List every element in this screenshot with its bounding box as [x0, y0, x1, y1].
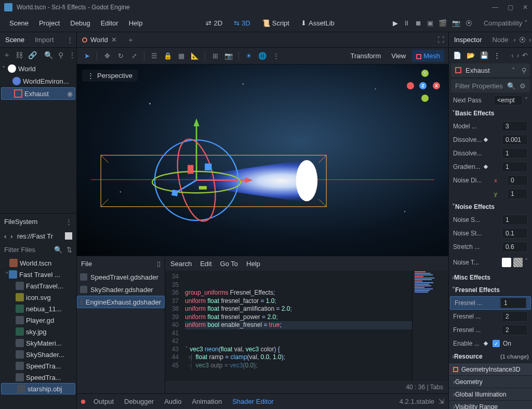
- prop-noise-dir-y[interactable]: 1: [507, 189, 528, 199]
- list-tool-icon[interactable]: ☰: [149, 52, 160, 60]
- lock-tool-icon[interactable]: 🔒: [162, 52, 174, 60]
- nav-fwd-icon[interactable]: ›: [529, 36, 531, 44]
- workspace-3d[interactable]: ⇆ 3D: [230, 17, 255, 29]
- prop-noise-scale[interactable]: 1: [502, 215, 528, 225]
- search-icon[interactable]: 🔍: [54, 246, 62, 254]
- ruler-tool-icon[interactable]: 📐: [189, 52, 201, 60]
- shader-file-item[interactable]: EngineExhaust.gdshader: [77, 296, 165, 308]
- camera-icon[interactable]: 📷: [452, 19, 460, 27]
- cat-visibility-range[interactable]: › Visibility Range: [449, 400, 532, 409]
- close-icon[interactable]: ✕: [523, 4, 528, 11]
- mesh-menu[interactable]: Mesh: [412, 50, 444, 62]
- tab-node[interactable]: Node: [487, 33, 513, 47]
- noise-tex-b-icon[interactable]: [513, 258, 523, 267]
- dock-menu-icon[interactable]: ⋮: [66, 36, 73, 44]
- noise-tex-a-icon[interactable]: [502, 258, 511, 267]
- revert-icon[interactable]: [484, 138, 488, 142]
- move-tool-icon[interactable]: ✥: [101, 52, 113, 60]
- close-tab-icon[interactable]: ✕: [111, 36, 117, 44]
- expand-bottom-icon[interactable]: ⇲: [438, 398, 444, 405]
- fs-item[interactable]: sky.jpg: [0, 326, 76, 337]
- rotate-tool-icon[interactable]: ↻: [115, 52, 126, 60]
- fs-item[interactable]: starship.obj: [1, 383, 75, 394]
- minimize-icon[interactable]: —: [492, 4, 498, 11]
- prop-next-pass[interactable]: Next Pass<empt˅: [449, 94, 532, 107]
- prop-fresnel-c[interactable]: 2: [502, 325, 528, 335]
- more-icon[interactable]: ⋮: [494, 51, 500, 59]
- file-menu[interactable]: File: [81, 260, 92, 268]
- menu-debug[interactable]: Debug: [65, 17, 95, 29]
- menu-help[interactable]: Help: [124, 17, 148, 29]
- record-icon[interactable]: ⦿: [466, 19, 472, 27]
- menu-scene[interactable]: Scene: [4, 17, 34, 29]
- more-icon[interactable]: ⋮: [270, 52, 282, 60]
- edit-menu[interactable]: Edit: [200, 260, 211, 268]
- workspace-assetlib[interactable]: ⬇ AssetLib: [297, 17, 339, 29]
- cat-global-illumination[interactable]: › Global Illumination: [449, 388, 532, 400]
- fs-item[interactable]: FastTravel...: [0, 280, 76, 292]
- group-noise-effects[interactable]: ˅ Noise Effects: [449, 201, 532, 213]
- pause-icon[interactable]: ⏸: [403, 19, 410, 27]
- tab-animation[interactable]: Animation: [188, 395, 226, 407]
- nav-back-icon[interactable]: ‹: [4, 232, 6, 240]
- sort-icon[interactable]: ⇅: [66, 246, 72, 254]
- fs-folder[interactable]: ˅ Fast Travel ...: [0, 269, 76, 280]
- maximize-icon[interactable]: ▢: [508, 4, 513, 11]
- nav-next-icon[interactable]: ⦿: [519, 36, 526, 44]
- undo-icon[interactable]: ↶: [522, 51, 528, 59]
- group-misc-effects[interactable]: › Misc Effects: [449, 271, 532, 284]
- add-node-icon[interactable]: ＋: [3, 50, 10, 60]
- fs-item[interactable]: SpeedTra...: [0, 360, 76, 372]
- movie-icon[interactable]: 🎬: [438, 19, 447, 27]
- tab-debugger[interactable]: Debugger: [120, 395, 158, 407]
- remote-icon[interactable]: ▣: [427, 19, 433, 27]
- dock-menu-icon[interactable]: ⋮: [65, 218, 72, 226]
- env-icon[interactable]: 🌐: [257, 52, 268, 60]
- fs-item[interactable]: SkyShader...: [0, 349, 76, 360]
- scale-tool-icon[interactable]: ⤢: [128, 52, 140, 60]
- fs-item[interactable]: World.tscn: [0, 257, 76, 269]
- tab-output[interactable]: Output: [89, 395, 118, 407]
- workspace-2d[interactable]: ⇄ 2D: [202, 17, 227, 29]
- instance-icon[interactable]: ⛓: [16, 51, 23, 59]
- cat-geometry[interactable]: › Geometry: [449, 375, 532, 388]
- camera-override-icon[interactable]: 📷: [223, 52, 234, 60]
- workspace-script[interactable]: 📜 Script: [258, 17, 294, 29]
- filter-icon[interactable]: ⚲: [58, 51, 63, 59]
- menu-editor[interactable]: Editor: [96, 17, 124, 29]
- cat-geometry-instance[interactable]: GeometryInstance3D: [449, 363, 532, 375]
- pin-icon[interactable]: ⚲: [522, 67, 527, 74]
- renderer-select[interactable]: Compatibility ˅: [484, 19, 528, 27]
- tab-shader-editor[interactable]: Shader Editor: [228, 395, 278, 407]
- view-menu[interactable]: View: [387, 50, 410, 62]
- save-resource-icon[interactable]: 💾: [480, 51, 488, 59]
- fs-item[interactable]: icon.svg: [0, 292, 76, 303]
- nav-back-icon[interactable]: ‹: [514, 36, 516, 44]
- shader-file-item[interactable]: SkyShader.gdshader: [77, 283, 165, 296]
- history-fwd-icon[interactable]: ›: [517, 51, 519, 59]
- checkbox-icon[interactable]: ✓: [493, 340, 500, 347]
- search-menu[interactable]: Search: [170, 260, 192, 268]
- file-menu-icon[interactable]: ▯: [157, 260, 161, 268]
- transform-menu[interactable]: Transform: [347, 50, 385, 62]
- fs-item[interactable]: SkyMateri...: [0, 337, 76, 349]
- minimap[interactable]: [412, 271, 448, 381]
- attach-icon[interactable]: 🔗: [28, 51, 37, 59]
- sun-icon[interactable]: ☀: [243, 52, 255, 60]
- fs-item[interactable]: SpeedTra...: [0, 372, 76, 383]
- play-icon[interactable]: ▶: [393, 19, 398, 27]
- tree-exhaust[interactable]: Exhaust ◉: [1, 87, 75, 100]
- tree-world-env[interactable]: WorldEnviron...: [0, 75, 76, 87]
- search-icon[interactable]: 🔍: [44, 51, 53, 59]
- tab-audio[interactable]: Audio: [160, 395, 185, 407]
- distraction-free-icon[interactable]: ⛶: [437, 36, 448, 44]
- goto-menu[interactable]: Go To: [220, 260, 238, 268]
- help-menu[interactable]: Help: [246, 260, 260, 268]
- prop-gradient[interactable]: 1: [502, 162, 528, 172]
- prop-fresnel-a[interactable]: 1: [500, 298, 526, 308]
- prop-noise-strength[interactable]: 0.1: [502, 228, 528, 239]
- history-back-icon[interactable]: ‹: [511, 51, 513, 59]
- load-resource-icon[interactable]: 📂: [467, 51, 475, 59]
- stop-icon[interactable]: ⏹: [415, 19, 422, 27]
- search-icon[interactable]: 🔍: [507, 82, 515, 90]
